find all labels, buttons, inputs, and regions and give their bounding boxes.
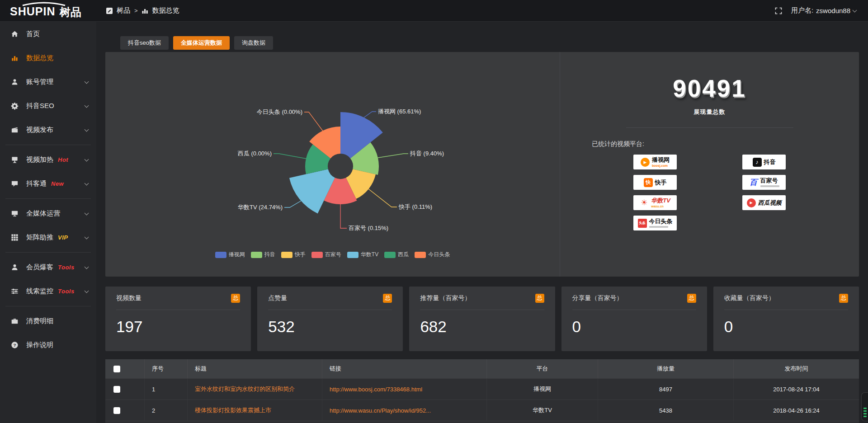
sidebar-item-home[interactable]: 首页 xyxy=(0,22,96,46)
member-icon xyxy=(11,263,20,271)
sidebar-divider xyxy=(5,306,91,306)
pie-label: 西瓜 (0.00%) xyxy=(238,150,272,157)
widget-bar xyxy=(863,410,867,412)
cell-title[interactable]: 室外水纹灯和室内水纹灯的区别和简介 xyxy=(187,379,322,400)
sidebar-item-user[interactable]: 账号管理 xyxy=(0,70,96,94)
pie-label: 播视网 (65.61%) xyxy=(378,108,421,115)
legend-item-今日头条[interactable]: 今日头条 xyxy=(415,251,450,258)
toutiao-icon: 头条 xyxy=(638,219,647,228)
widget-bar xyxy=(863,416,867,417)
tab-抖音seo数据[interactable]: 抖音seo数据 xyxy=(120,36,169,50)
row-checkbox[interactable] xyxy=(113,407,120,414)
sidebar-item-help[interactable]: ?操作说明 xyxy=(0,333,96,357)
chevron-down-icon xyxy=(85,103,89,108)
xigua-icon: ▶ xyxy=(747,198,756,207)
pie-slice-华数TV[interactable] xyxy=(289,169,335,213)
stat-card-收藏量（百家号）: 收藏量（百家号）总0 xyxy=(713,287,859,351)
user-menu[interactable]: 用户名: zswodun88 xyxy=(791,6,856,15)
row-checkbox[interactable] xyxy=(113,386,120,393)
stat-card-value: 682 xyxy=(420,318,544,336)
table-row: 1室外水纹灯和室内水纹灯的区别和简介http://www.boosj.com/7… xyxy=(105,378,859,400)
sidebar-item-gear[interactable]: 抖音SEO xyxy=(0,94,96,118)
gear-icon xyxy=(11,102,20,110)
pie-label-line xyxy=(304,112,323,132)
stat-card-分享量（百家号）: 分享量（百家号）总0 xyxy=(561,287,707,351)
stat-card-label: 收藏量（百家号） xyxy=(724,294,775,302)
stat-card-label: 视频数量 xyxy=(116,294,142,302)
legend-item-华数TV[interactable]: 华数TV xyxy=(347,251,378,258)
cell-no: 1 xyxy=(144,379,187,400)
sidebar-item-member[interactable]: 会员爆客Tools xyxy=(0,255,96,279)
username-prefix: 用户名: xyxy=(791,6,813,15)
tab-全媒体运营数据[interactable]: 全媒体运营数据 xyxy=(173,36,230,50)
pie-label: 百家号 (0.15%) xyxy=(349,225,388,231)
sidebar-item-sliders[interactable]: 线索监控Tools xyxy=(0,279,96,303)
sidebar-item-badge: Tools xyxy=(58,264,75,271)
table-header-row: 序号标题链接平台播放量发布时间 xyxy=(105,359,859,378)
platform-sub: boosj.com xyxy=(652,164,668,167)
sidebar-item-video[interactable]: 视频发布 xyxy=(0,118,96,142)
platform-badge-抖音: ♪抖音 xyxy=(742,155,786,169)
wasu-icon: ☀ xyxy=(640,198,649,207)
platform-badge-播视网: ▶播视网boosj.com xyxy=(633,155,677,169)
legend-label: 华数TV xyxy=(361,251,378,258)
stat-card-value: 532 xyxy=(268,318,392,336)
stat-card-label: 分享量（百家号） xyxy=(572,294,623,302)
overview-chart-panel: 播视网 (65.61%)抖音 (9.40%)快手 (0.11%)百家号 (0.1… xyxy=(105,52,859,277)
col-header: 发布时间 xyxy=(733,359,859,378)
platform-badge-西瓜视频: ▶西瓜视频 xyxy=(742,195,786,210)
logo-text-en: SHUPIN xyxy=(10,5,55,18)
sidebar-item-badge: Hot xyxy=(58,156,68,163)
home-icon xyxy=(11,30,20,38)
platforms-title: 已统计的视频平台: xyxy=(592,140,859,148)
stat-card-value: 0 xyxy=(724,318,848,336)
legend-item-西瓜[interactable]: 西瓜 xyxy=(384,251,409,258)
legend-item-播视网[interactable]: 播视网 xyxy=(215,251,245,258)
legend-item-快手[interactable]: 快手 xyxy=(281,251,306,258)
legend-swatch xyxy=(281,252,292,258)
pie-label: 快手 (0.11%) xyxy=(398,203,432,210)
cell-link[interactable]: http://www.wasu.cn/Play/show/id/952... xyxy=(322,400,486,421)
sidebar-item-grid[interactable]: 矩阵助推VIP xyxy=(0,226,96,249)
boosj-icon: ▶ xyxy=(641,158,650,167)
breadcrumb-separator: > xyxy=(134,7,138,14)
data-tabs: 抖音seo数据全媒体运营数据询盘数据 xyxy=(120,36,868,50)
comment-icon xyxy=(11,180,20,188)
cell-title[interactable]: 楼体投影灯投影效果震撼上市 xyxy=(187,400,322,421)
sidebar-item-label: 会员爆客 xyxy=(26,263,53,272)
sidebar-divider xyxy=(5,198,91,199)
sidebar-item-chart[interactable]: 数据总览 xyxy=(0,46,96,70)
cell-platform: 播视网 xyxy=(486,379,598,400)
cell-link[interactable]: http://www.boosj.com/7338468.html xyxy=(322,379,486,400)
sidebar-item-wallet[interactable]: 消费明细 xyxy=(0,309,96,333)
tab-询盘数据[interactable]: 询盘数据 xyxy=(234,36,273,50)
fullscreen-icon[interactable] xyxy=(775,7,782,14)
side-contact-widget[interactable] xyxy=(861,392,868,421)
platform-grid: ▶播视网boosj.com♪抖音快快手百百家号☀华数TVwasu.cn▶西瓜视频… xyxy=(560,155,859,230)
sidebar-item-label: 账号管理 xyxy=(26,78,53,86)
legend-item-抖音[interactable]: 抖音 xyxy=(251,251,275,258)
chevron-down-icon xyxy=(853,8,857,12)
chevron-down-icon xyxy=(85,127,89,132)
breadcrumb-root[interactable]: 树品 xyxy=(117,6,130,15)
breadcrumb: 树品 > 数据总览 xyxy=(106,6,179,15)
sidebar-item-badge: New xyxy=(51,180,64,187)
chevron-down-icon xyxy=(85,181,89,185)
kuaishou-icon: 快 xyxy=(644,178,653,187)
sidebar-item-label: 全媒体运营 xyxy=(26,209,60,218)
stat-card-推荐量（百家号）: 推荐量（百家号）总682 xyxy=(409,287,555,351)
platform-name: 播视网 xyxy=(652,157,670,163)
breadcrumb-current: 数据总览 xyxy=(152,6,179,15)
sidebar-item-comment[interactable]: 抖客通New xyxy=(0,172,96,196)
stat-card-total-badge: 总 xyxy=(231,294,240,303)
stat-card-total-badge: 总 xyxy=(839,294,848,303)
legend-item-百家号[interactable]: 百家号 xyxy=(311,251,341,258)
legend-swatch xyxy=(415,252,426,258)
sidebar-divider xyxy=(5,145,91,145)
col-header: 序号 xyxy=(144,359,187,378)
sidebar-item-label: 视频发布 xyxy=(26,126,53,134)
select-all-checkbox[interactable] xyxy=(113,366,120,372)
legend-swatch xyxy=(347,252,359,258)
sidebar-item-heat[interactable]: 视频加热Hot xyxy=(0,148,96,172)
sidebar-item-monitor[interactable]: 全媒体运营 xyxy=(0,202,96,226)
